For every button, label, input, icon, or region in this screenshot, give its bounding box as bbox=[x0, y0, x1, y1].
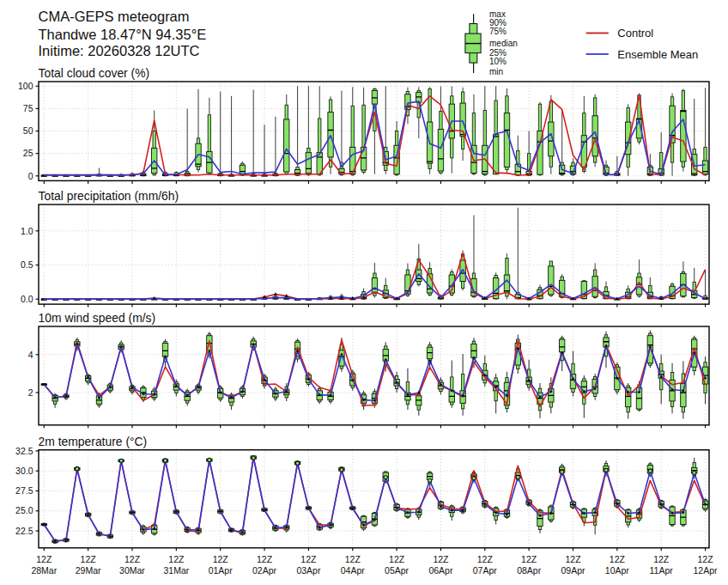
svg-text:08Apr: 08Apr bbox=[517, 565, 542, 576]
svg-text:12Z: 12Z bbox=[433, 554, 449, 564]
svg-text:0.5: 0.5 bbox=[21, 259, 33, 270]
svg-text:12Z: 12Z bbox=[36, 554, 52, 564]
svg-text:max: max bbox=[489, 9, 506, 19]
svg-text:04Apr: 04Apr bbox=[341, 565, 366, 576]
svg-text:01Apr: 01Apr bbox=[209, 565, 234, 576]
svg-text:75%: 75% bbox=[489, 27, 507, 36]
svg-text:Initime: 20260328 12UTC: Initime: 20260328 12UTC bbox=[39, 43, 200, 58]
svg-text:4: 4 bbox=[28, 350, 33, 360]
svg-text:0.0: 0.0 bbox=[21, 294, 33, 304]
svg-text:12Z: 12Z bbox=[81, 554, 97, 564]
svg-text:2: 2 bbox=[28, 387, 33, 398]
svg-text:12Z: 12Z bbox=[477, 554, 494, 564]
svg-text:75: 75 bbox=[23, 103, 33, 113]
svg-text:06Apr: 06Apr bbox=[428, 565, 453, 576]
svg-text:32.5: 32.5 bbox=[15, 446, 33, 456]
svg-text:25.0: 25.0 bbox=[15, 505, 33, 515]
svg-text:12Z: 12Z bbox=[300, 554, 317, 564]
svg-text:CMA-GEPS meteogram: CMA-GEPS meteogram bbox=[39, 9, 190, 24]
svg-text:03Apr: 03Apr bbox=[296, 565, 321, 576]
svg-text:28Mar: 28Mar bbox=[31, 565, 57, 576]
svg-text:25%: 25% bbox=[489, 48, 507, 58]
svg-text:Control: Control bbox=[617, 27, 653, 40]
svg-text:10m wind speed (m/s): 10m wind speed (m/s) bbox=[39, 311, 156, 325]
svg-text:25: 25 bbox=[23, 148, 33, 158]
svg-text:31Mar: 31Mar bbox=[163, 565, 189, 576]
svg-text:12Z: 12Z bbox=[653, 554, 670, 564]
svg-text:09Apr: 09Apr bbox=[561, 565, 585, 576]
svg-text:12Z: 12Z bbox=[257, 554, 273, 564]
svg-text:11Apr: 11Apr bbox=[650, 565, 674, 576]
svg-text:12Z: 12Z bbox=[565, 554, 581, 564]
svg-text:27.5: 27.5 bbox=[15, 485, 33, 496]
svg-text:Ensemble Mean: Ensemble Mean bbox=[617, 48, 698, 61]
svg-text:10Apr: 10Apr bbox=[605, 565, 630, 576]
svg-text:30Mar: 30Mar bbox=[119, 565, 145, 576]
svg-text:12Z: 12Z bbox=[213, 554, 229, 564]
svg-text:12Z: 12Z bbox=[168, 554, 185, 564]
svg-text:30.0: 30.0 bbox=[15, 466, 33, 476]
svg-text:12Z: 12Z bbox=[610, 554, 626, 564]
svg-text:12Z: 12Z bbox=[389, 554, 405, 564]
svg-text:Thandwe 18.47°N 94.35°E: Thandwe 18.47°N 94.35°E bbox=[39, 27, 207, 42]
svg-text:12Apr: 12Apr bbox=[694, 565, 719, 576]
svg-text:100: 100 bbox=[18, 81, 33, 91]
svg-text:22.5: 22.5 bbox=[15, 526, 33, 536]
svg-text:29Mar: 29Mar bbox=[76, 565, 101, 576]
svg-text:median: median bbox=[489, 39, 518, 48]
svg-text:Total cloud cover (%): Total cloud cover (%) bbox=[39, 66, 150, 80]
svg-text:07Apr: 07Apr bbox=[473, 565, 498, 576]
svg-text:12Z: 12Z bbox=[698, 554, 714, 564]
svg-text:12Z: 12Z bbox=[345, 554, 361, 564]
svg-text:2m temperature (°C): 2m temperature (°C) bbox=[39, 435, 148, 448]
svg-text:10%: 10% bbox=[489, 57, 507, 66]
svg-text:02Apr: 02Apr bbox=[252, 565, 277, 576]
svg-text:12Z: 12Z bbox=[124, 554, 141, 564]
svg-text:min: min bbox=[489, 67, 503, 76]
svg-text:50: 50 bbox=[23, 125, 33, 136]
svg-text:05Apr: 05Apr bbox=[385, 565, 410, 576]
svg-text:Total precipitation (mm/6h): Total precipitation (mm/6h) bbox=[39, 189, 179, 203]
svg-text:0: 0 bbox=[28, 171, 33, 181]
svg-text:12Z: 12Z bbox=[521, 554, 537, 564]
svg-text:1.0: 1.0 bbox=[21, 226, 33, 236]
